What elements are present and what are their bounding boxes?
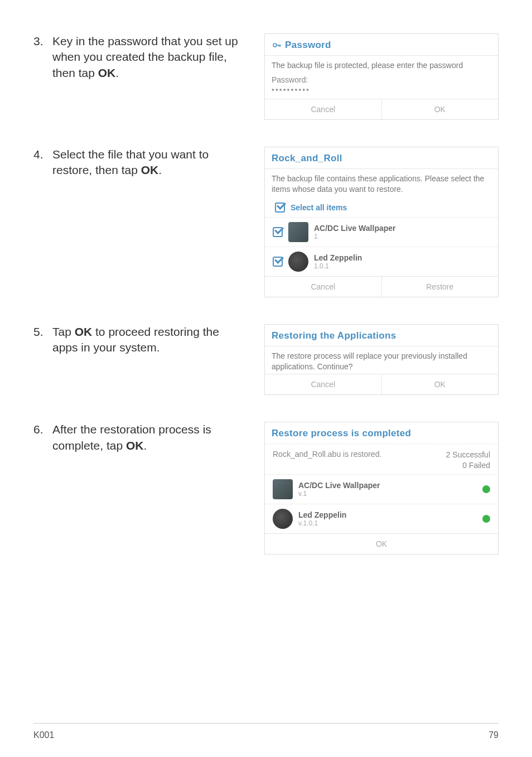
step-text-strong: OK [126, 439, 144, 452]
password-label: Password: [265, 73, 498, 84]
dialog-title-text: Restore process is completed [272, 428, 411, 439]
status-counts: 2 Successful0 Failed [446, 450, 490, 471]
svg-point-0 [273, 44, 277, 47]
select-file-dialog: Rock_and_Roll The backup file contains t… [264, 147, 499, 297]
app-info: Led Zeppelin 1.0.1 [314, 253, 490, 270]
dialog-title: Password [265, 34, 498, 55]
success-dot-icon [482, 485, 490, 493]
app-row[interactable]: AC/DC Live Wallpaper 1 [265, 217, 498, 247]
success-count: 2 Successful [446, 450, 490, 459]
step-number: 5. [33, 324, 52, 340]
password-dialog: Password The backup file is protected, p… [264, 33, 499, 120]
app-version: v.1.0.1 [298, 519, 346, 527]
step-text-a: Tap [52, 325, 75, 338]
app-row[interactable]: Led Zeppelin 1.0.1 [265, 247, 498, 276]
button-row: Cancel OK [265, 99, 498, 119]
app-icon [288, 222, 308, 242]
step-text: 6. After the restoration process is comp… [33, 422, 248, 454]
page-footer: K001 79 [33, 723, 499, 740]
step-body: After the restoration process is complet… [52, 422, 248, 454]
status-row: Rock_and_Roll.abu is restored. 2 Success… [265, 443, 498, 474]
step-text: 4. Select the file that you want to rest… [33, 147, 248, 179]
password-input[interactable]: •••••••••• [265, 84, 498, 99]
app-checkbox[interactable] [273, 227, 283, 237]
cancel-button[interactable]: Cancel [265, 277, 381, 297]
cancel-button[interactable]: Cancel [265, 99, 381, 119]
step-text-strong: OK [141, 163, 159, 176]
footer-left: K001 [33, 730, 54, 740]
select-all-checkbox[interactable] [275, 202, 285, 213]
screenshot-col: Rock_and_Roll The backup file contains t… [264, 147, 499, 297]
step-text-a: Key in the password that you set up when… [52, 35, 238, 79]
footer-right: 79 [489, 730, 499, 740]
app-name: AC/DC Live Wallpaper [314, 224, 490, 233]
step-5: 5. Tap OK to proceed restoring the apps … [33, 324, 499, 396]
status-text: Rock_and_Roll.abu is restored. [273, 450, 381, 471]
dialog-title-text: Rock_and_Roll [272, 153, 342, 164]
app-row: AC/DC Live Wallpaper v.1 [265, 474, 498, 504]
dialog-title: Rock_and_Roll [265, 147, 498, 168]
app-name: AC/DC Live Wallpaper [298, 481, 380, 490]
app-checkbox[interactable] [273, 257, 283, 267]
restoring-dialog: Restoring the Applications The restore p… [264, 324, 499, 396]
select-all-row[interactable]: Select all items [265, 197, 498, 217]
select-all-label: Select all items [291, 203, 347, 212]
app-info: AC/DC Live Wallpaper v.1 [298, 481, 380, 498]
step-6: 6. After the restoration process is comp… [33, 422, 499, 555]
step-text-b: . [115, 66, 119, 79]
dialog-title: Restoring the Applications [265, 325, 498, 346]
step-number: 3. [33, 33, 52, 49]
page-content: 3. Key in the password that you set up w… [0, 0, 532, 555]
step-body: Key in the password that you set up when… [52, 33, 248, 81]
app-icon [273, 509, 293, 529]
step-body: Tap OK to proceed restoring the apps in … [52, 324, 248, 356]
app-version: 1 [314, 233, 490, 240]
cancel-button[interactable]: Cancel [265, 374, 381, 394]
step-number: 6. [33, 422, 52, 437]
step-text-strong: OK [75, 325, 93, 338]
app-icon [273, 479, 293, 499]
restore-button[interactable]: Restore [381, 277, 499, 297]
step-text-b: . [158, 163, 162, 176]
ok-button[interactable]: OK [381, 374, 499, 394]
ok-button[interactable]: OK [381, 99, 499, 119]
step-4: 4. Select the file that you want to rest… [33, 147, 499, 297]
ok-button[interactable]: OK [265, 533, 498, 554]
success-dot-icon [482, 515, 490, 523]
app-version: 1.0.1 [314, 262, 490, 270]
step-text-a: Select the file that you want to restore… [52, 148, 209, 176]
screenshot-col: Restore process is completed Rock_and_Ro… [264, 422, 499, 555]
app-name: Led Zeppelin [298, 510, 346, 519]
step-text-strong: OK [98, 66, 116, 79]
button-row: Cancel Restore [265, 276, 498, 297]
app-row: Led Zeppelin v.1.0.1 [265, 504, 498, 533]
screenshot-col: Password The backup file is protected, p… [264, 33, 499, 120]
dialog-title-text: Restoring the Applications [272, 330, 396, 341]
step-number: 4. [33, 147, 52, 162]
dialog-title: Restore process is completed [265, 422, 498, 443]
dialog-message: The backup file is protected, please ent… [265, 56, 498, 73]
app-info: AC/DC Live Wallpaper 1 [314, 224, 490, 240]
dialog-title-text: Password [285, 40, 331, 51]
completed-dialog: Restore process is completed Rock_and_Ro… [264, 422, 499, 555]
screenshot-col: Restoring the Applications The restore p… [264, 324, 499, 396]
app-version: v.1 [298, 490, 380, 498]
dialog-message: The backup file contains these applicati… [265, 169, 498, 197]
app-icon [288, 252, 308, 272]
step-text: 5. Tap OK to proceed restoring the apps … [33, 324, 248, 356]
password-icon [272, 40, 282, 50]
step-3: 3. Key in the password that you set up w… [33, 33, 499, 120]
step-text-b: . [143, 439, 147, 452]
step-text: 3. Key in the password that you set up w… [33, 33, 248, 81]
button-row: Cancel OK [265, 374, 498, 394]
failed-count: 0 Failed [462, 461, 490, 470]
app-name: Led Zeppelin [314, 253, 490, 262]
dialog-message: The restore process will replace your pr… [265, 346, 498, 374]
app-info: Led Zeppelin v.1.0.1 [298, 510, 346, 527]
step-body: Select the file that you want to restore… [52, 147, 248, 179]
